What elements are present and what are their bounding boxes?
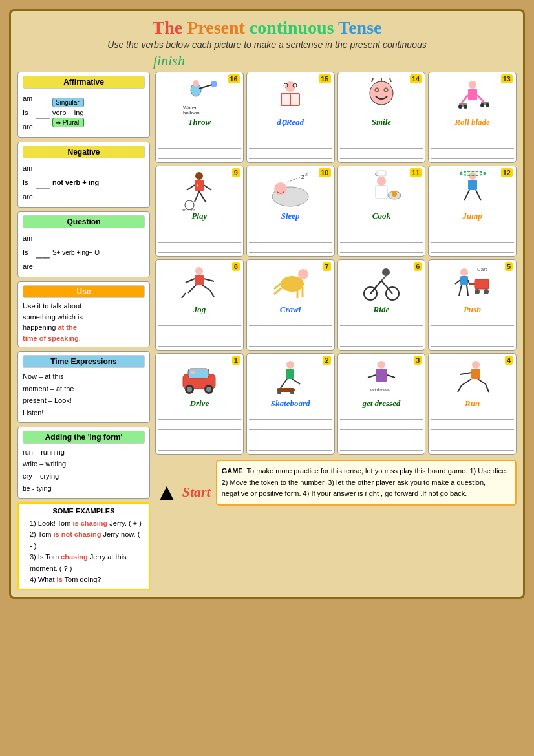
svg-rect-49 (468, 180, 477, 190)
cell-number-1: 1 (232, 356, 240, 365)
board-cell-9: 9 7 soccer (155, 166, 244, 257)
cell-image-9: 7 soccer (176, 171, 222, 210)
svg-line-32 (204, 185, 211, 190)
svg-line-81 (455, 280, 460, 284)
cell-image-15 (268, 77, 313, 116)
game-label: GAME (222, 467, 243, 475)
svg-text:7: 7 (196, 182, 199, 188)
game-text: : To make more practice for this tense, … (222, 467, 507, 497)
svg-point-3 (211, 81, 217, 87)
cell-image-5: Cart (450, 265, 495, 303)
svg-point-79 (460, 268, 468, 276)
write-lines-9 (158, 223, 241, 254)
cell-image-16: Water balloon (176, 77, 222, 116)
board-cell-3: 3 get dressed get dressed (337, 353, 426, 455)
svg-rect-103 (377, 362, 379, 367)
svg-line-94 (281, 379, 287, 388)
board-cell-6: 6 Ride (337, 259, 426, 351)
write-lines-2 (249, 411, 332, 452)
svg-point-27 (486, 103, 489, 107)
svg-text:z: z (305, 171, 308, 177)
drive-image (176, 358, 222, 397)
cell-number-2: 2 (323, 356, 330, 365)
game-box: GAME: To make more practice for this ten… (216, 460, 517, 506)
cell-image-12 (450, 171, 495, 210)
title-tense: Tense (338, 17, 381, 38)
svg-point-47 (392, 191, 397, 197)
svg-line-107 (462, 379, 471, 385)
svg-line-109 (460, 373, 471, 374)
svg-line-82 (468, 280, 469, 284)
svg-rect-45 (376, 186, 387, 199)
cell-verb-9: Play (191, 211, 207, 221)
cell-verb-2: Skateboard (271, 398, 310, 409)
cell-image-3: get dressed (359, 358, 404, 397)
start-label: Start (182, 484, 211, 501)
cell-verb-4: Run (465, 398, 480, 409)
svg-line-73 (381, 276, 386, 281)
board-cell-10: 10 z z Sleep (246, 166, 335, 257)
skateboard-image (268, 358, 313, 397)
svg-point-44 (377, 177, 386, 186)
svg-line-31 (187, 185, 195, 190)
board-cell-11: 11 Chef Cook (337, 166, 426, 257)
negative-box: Negative am Is are ⎯⎯ not verb + ing (17, 142, 150, 208)
example-3: 3) Is Tom chasing Jerry at this moment. … (30, 552, 144, 574)
cell-image-11: Chef (359, 171, 404, 210)
svg-point-72 (382, 268, 390, 276)
cell-number-11: 11 (410, 168, 422, 177)
write-lines-6 (340, 317, 423, 348)
subtitle: Use the verbs below each picture to make… (17, 39, 517, 50)
svg-line-59 (182, 293, 186, 298)
svg-point-90 (206, 387, 211, 392)
getdressed-image: get dressed (359, 358, 404, 397)
svg-point-26 (480, 103, 484, 107)
time-expressions-title: Time Expressions (23, 355, 145, 368)
svg-rect-19 (468, 89, 477, 100)
cell-image-1 (176, 358, 222, 397)
main-title: The Present continuous Tense (17, 17, 517, 38)
title-continuous: continuous (250, 17, 338, 38)
example-1: 1) Look! Tom is chasing Jerry. ( + ) (30, 518, 144, 530)
svg-line-108 (478, 379, 486, 384)
svg-line-84 (467, 285, 468, 296)
throw-image: Water balloon (176, 77, 222, 116)
time-expressions-box: Time Expressions Now – at this moment – … (17, 351, 150, 423)
board-cell-12: 12 Jump (428, 166, 517, 257)
svg-text:balloon: balloon (183, 110, 200, 116)
svg-line-21 (477, 95, 484, 102)
cell-verb-13: Roll blade (454, 117, 490, 127)
example-4: 4) What is Tom doing? (30, 574, 144, 586)
svg-line-58 (204, 279, 214, 281)
run-image (450, 358, 495, 397)
title-section: The Present continuous Tense Use the ver… (17, 17, 517, 50)
svg-rect-8 (282, 94, 290, 105)
svg-line-101 (368, 375, 376, 378)
cell-verb-11: Cook (372, 211, 390, 221)
cell-number-5: 5 (505, 262, 513, 271)
cell-number-13: 13 (501, 74, 513, 83)
svg-text:Cart: Cart (477, 266, 487, 272)
svg-point-18 (469, 81, 476, 89)
cell-number-12: 12 (501, 168, 513, 177)
board-cell-8: 8 Jog (155, 259, 244, 351)
svg-line-102 (387, 375, 395, 378)
ride-image (359, 265, 404, 303)
use-title: Use (23, 285, 145, 298)
example-2: 2) Tom is not chasing Jerry now. ( - ) (30, 529, 144, 552)
svg-line-95 (292, 379, 300, 384)
question-box: Question am Is are ⎯⎯ S+ verb +ing+ O (17, 211, 150, 277)
svg-point-28 (195, 172, 203, 180)
write-lines-16 (158, 129, 241, 160)
verbIng: verb + ing (52, 109, 84, 116)
cell-number-6: 6 (414, 262, 422, 271)
cell-image-8 (176, 265, 222, 303)
svg-line-17 (390, 78, 391, 82)
negative-amIsAre: am Is are (23, 161, 33, 204)
svg-line-50 (464, 190, 469, 200)
write-lines-8 (158, 317, 241, 348)
svg-rect-9 (291, 94, 299, 105)
write-lines-11 (340, 223, 423, 254)
bottom-area: ▲ Start GAME: To make more practice for … (155, 460, 517, 506)
svg-rect-93 (286, 369, 294, 379)
